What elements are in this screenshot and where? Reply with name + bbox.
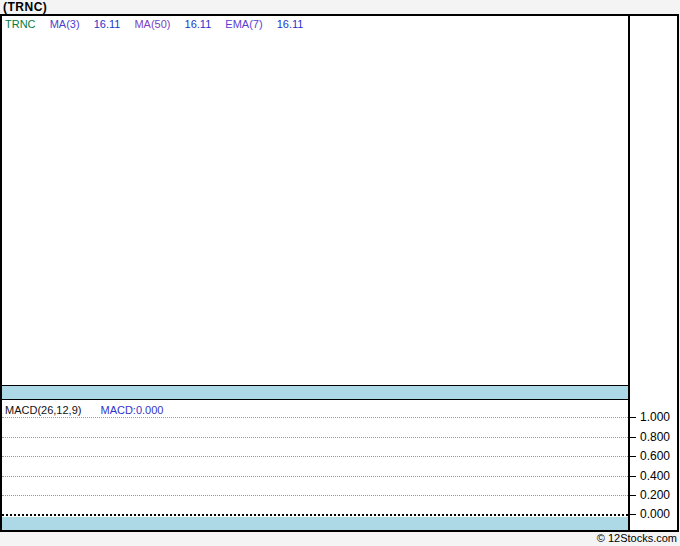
tick-1.000 (628, 417, 636, 418)
chart-frame: TRNC MA(3) 16.11 MA(50) 16.11 EMA(7) 16.… (0, 14, 679, 532)
tick-label-0.000: 0.000 (640, 507, 670, 521)
gridline-0.400 (2, 476, 628, 477)
legend-ma50-label: MA(50) (134, 18, 170, 30)
stock-chart-page: (TRNC) TRNC MA(3) 16.11 MA(50) 16.11 EMA… (0, 0, 680, 546)
tick-label-0.200: 0.200 (640, 488, 670, 502)
legend-ma3-value: 16.11 (94, 18, 121, 30)
legend-ma3-label: MA(3) (50, 18, 80, 30)
gridline-1.000 (2, 417, 628, 418)
macd-legend: MACD(26,12,9) MACD:0.000 (5, 404, 163, 416)
tick-0.800 (628, 437, 636, 438)
tick-label-0.600: 0.600 (640, 449, 670, 463)
copyright-link[interactable]: © 12Stocks.com (597, 532, 677, 544)
gridline-zero (2, 514, 628, 516)
gridline-0.200 (2, 495, 628, 496)
tick-0.600 (628, 456, 636, 457)
tick-0.000 (628, 514, 636, 515)
legend-ma50-value: 16.11 (185, 18, 212, 30)
price-legend: TRNC MA(3) 16.11 MA(50) 16.11 EMA(7) 16.… (5, 18, 314, 30)
macd-params-label: MACD(26,12,9) (5, 404, 81, 416)
gridline-0.600 (2, 456, 628, 457)
gridline-0.800 (2, 437, 628, 438)
tick-0.400 (628, 476, 636, 477)
macd-bottom-band (2, 517, 628, 530)
tick-label-0.800: 0.800 (640, 430, 670, 444)
legend-ema7-value: 16.11 (277, 18, 304, 30)
legend-ema7-label: EMA(7) (225, 18, 262, 30)
tick-0.200 (628, 495, 636, 496)
tick-label-0.400: 0.400 (640, 469, 670, 483)
macd-value-label: MACD:0.000 (100, 404, 163, 416)
legend-ticker: TRNC (5, 18, 36, 30)
y-axis-divider (628, 16, 630, 530)
ticker-title: (TRNC) (3, 0, 47, 14)
tick-label-1.000: 1.000 (640, 410, 670, 424)
price-axis-band (2, 385, 628, 400)
